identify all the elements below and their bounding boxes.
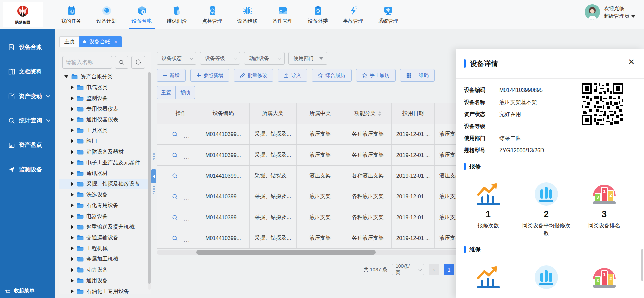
more-actions-icon[interactable]: ... (184, 216, 190, 222)
drawer-scrollbar[interactable] (641, 249, 643, 281)
comprehensive-history-button[interactable]: 综合履历 (312, 69, 352, 82)
caret-collapsed-icon[interactable] (71, 85, 74, 90)
page-size-select[interactable]: 100条/页 (392, 264, 424, 275)
caret-collapsed-icon[interactable] (71, 171, 74, 175)
collapse-menu-button[interactable]: 收起菜单 (5, 287, 34, 294)
tree-item[interactable]: 阀门 (59, 136, 151, 146)
tab-equipment-ledger[interactable]: 设备台账 ✕ (79, 36, 122, 47)
add-by-reference-button[interactable]: 参照新增 (190, 69, 229, 82)
tree-item[interactable]: 监测设备 (59, 93, 151, 104)
view-detail-icon[interactable] (172, 152, 178, 159)
tree-item[interactable]: 通讯器材 (59, 168, 151, 179)
table-row[interactable]: ... M014410399... 采掘、钻探及... 液压支架 各种液压支架 … (157, 228, 502, 249)
caret-collapsed-icon[interactable] (71, 118, 74, 122)
filter-equipment-grade[interactable]: 设备等级 (200, 52, 240, 65)
tree-item[interactable]: 洗选设备 (59, 189, 151, 200)
help-button[interactable]: 帮助 (176, 86, 195, 99)
splitter-handle[interactable] (153, 186, 156, 194)
caret-collapsed-icon[interactable] (71, 236, 74, 240)
tree-item[interactable]: 通用设备 (59, 275, 151, 286)
caret-collapsed-icon[interactable] (71, 246, 74, 250)
tree-item[interactable]: 电器设备 (59, 211, 151, 222)
sort-icon[interactable] (378, 111, 381, 116)
add-button[interactable]: 新增 (157, 69, 186, 82)
tree-item[interactable]: 通用仪器仪表 (59, 114, 151, 125)
manual-history-button[interactable]: 手工履历 (356, 69, 396, 82)
caret-collapsed-icon[interactable] (71, 225, 74, 229)
filter-dynamic-static[interactable]: 动静设备 (244, 52, 285, 65)
tree-item[interactable]: 电子工业产品及元器件 (59, 157, 151, 168)
sidebar-item-monitoring-equipment[interactable]: 监测设备 (0, 157, 55, 182)
tree-search-input[interactable] (62, 56, 112, 69)
table-row[interactable]: ... M014410399... 采掘、钻探及... 液压支架 各种液压支架 … (157, 145, 502, 166)
batch-edit-button[interactable]: 批量修改 (234, 69, 273, 82)
caret-expanded-icon[interactable] (64, 75, 68, 78)
caret-collapsed-icon[interactable] (71, 257, 74, 261)
splitter-handle[interactable] (153, 153, 156, 160)
reset-button[interactable]: 重置 (157, 86, 176, 99)
tree-item[interactable]: 起重输送及提升机械 (59, 222, 151, 232)
more-actions-icon[interactable]: ... (184, 237, 190, 243)
more-actions-icon[interactable]: ... (184, 175, 190, 180)
view-detail-icon[interactable] (172, 173, 178, 179)
caret-collapsed-icon[interactable] (71, 203, 74, 207)
view-detail-icon[interactable] (172, 214, 178, 221)
caret-collapsed-icon[interactable] (71, 279, 74, 283)
view-detail-icon[interactable] (172, 235, 178, 242)
table-row[interactable]: ... M014410399... 采掘、钻探及... 液压支架 各种液压支架 … (157, 207, 502, 228)
nav-maintenance-lubrication[interactable]: 维保润滑 (159, 0, 195, 29)
tree-item[interactable]: 工程机械 (59, 243, 151, 254)
sidebar-item-asset-inventory[interactable]: 资产盘点 (0, 133, 55, 157)
table-row[interactable]: ... M014410399... 采掘、钻探及... 液压支架 各种液压支架 … (157, 124, 502, 145)
nav-accident[interactable]: 事故管理 (335, 0, 371, 29)
page-1-button[interactable]: 1 (444, 264, 454, 275)
caret-collapsed-icon[interactable] (71, 161, 74, 165)
more-actions-icon[interactable]: ... (184, 154, 190, 160)
tab-close-icon[interactable]: ✕ (114, 39, 118, 45)
tree-item[interactable]: 专用仪器仪表 (59, 104, 151, 114)
import-button[interactable]: 导入 (278, 69, 307, 82)
tree-item-selected[interactable]: 采掘、钻探及抽放设备 (59, 179, 151, 189)
caret-collapsed-icon[interactable] (71, 96, 74, 100)
tree-item[interactable]: 交通运输设备 (59, 232, 151, 243)
more-actions-icon[interactable]: ... (184, 195, 190, 201)
caret-collapsed-icon[interactable] (71, 289, 74, 293)
table-horizontal-scrollbar[interactable] (157, 250, 502, 255)
table-row[interactable]: ... M014410399... 采掘、钻探及... 液压支架 各种液压支架 … (157, 186, 502, 207)
tree-item[interactable]: 工具器具 (59, 125, 151, 136)
tree-scrollbar[interactable] (148, 72, 151, 290)
caret-collapsed-icon[interactable] (71, 268, 74, 272)
caret-collapsed-icon[interactable] (71, 128, 74, 132)
nav-equipment-ledger[interactable]: 设备台帐 (124, 0, 159, 29)
nav-equipment-repair[interactable]: 设备维修 (230, 0, 265, 29)
tree-root[interactable]: 资产台帐分类 (59, 71, 151, 82)
caret-collapsed-icon[interactable] (71, 139, 74, 143)
sidebar-item-equipment-ledger[interactable]: 设备台账 (0, 35, 55, 59)
caret-collapsed-icon[interactable] (71, 107, 74, 111)
qrcode-button[interactable]: 二维码 (400, 69, 435, 82)
caret-collapsed-icon[interactable] (71, 214, 74, 218)
caret-collapsed-icon[interactable] (71, 182, 74, 186)
nav-outsourcing[interactable]: 设备外委 (300, 0, 335, 29)
tree-collapse-arrow[interactable] (151, 169, 156, 183)
more-actions-icon[interactable]: ... (184, 133, 190, 139)
tree-search-button[interactable] (115, 56, 128, 69)
nav-system[interactable]: 系统管理 (371, 0, 406, 29)
tree-refresh-button[interactable] (131, 56, 145, 69)
sidebar-item-documents[interactable]: 文档资料 (0, 59, 55, 84)
nav-spare-parts[interactable]: 备件管理 (265, 0, 300, 29)
tree-item[interactable]: 金属加工机械 (59, 254, 151, 264)
view-detail-icon[interactable] (172, 131, 178, 138)
tree-item[interactable]: 动力设备 (59, 264, 151, 275)
sidebar-item-asset-change[interactable]: 资产变动 (0, 84, 55, 108)
user-menu[interactable]: 欢迎光临 超级管理员 (585, 4, 635, 20)
tree-item-clipped[interactable]: 石油化工专用设备 (59, 286, 151, 294)
caret-collapsed-icon[interactable] (71, 150, 74, 154)
caret-collapsed-icon[interactable] (71, 193, 74, 197)
sidebar-item-statistics-query[interactable]: 统计查询 (0, 108, 55, 133)
tree-item[interactable]: 消防设备及器材 (59, 146, 151, 157)
tree-item[interactable]: 石化专用设备 (59, 200, 151, 211)
scrollbar-thumb[interactable] (196, 250, 376, 255)
prev-page-button[interactable]: ‹ (429, 264, 439, 275)
filter-equipment-status[interactable]: 设备状态 (157, 52, 196, 65)
